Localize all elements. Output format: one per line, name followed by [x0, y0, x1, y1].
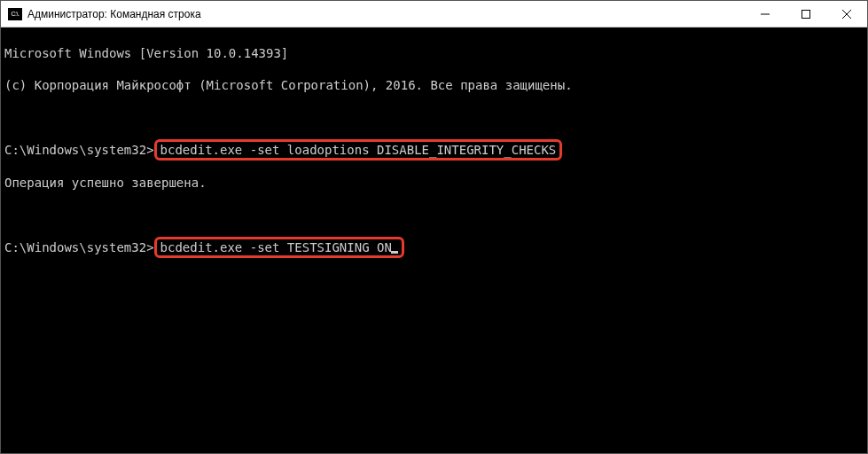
window-controls [745, 1, 867, 27]
cmd-icon: C:\. [8, 8, 22, 20]
highlighted-command: bcdedit.exe -set loadoptions DISABLE_INT… [154, 139, 563, 160]
command-line: C:\Windows\system32>bcdedit.exe -set TES… [4, 239, 864, 256]
close-icon [842, 10, 851, 19]
banner-line: Microsoft Windows [Version 10.0.14393] [4, 45, 864, 61]
command-line: C:\Windows\system32>bcdedit.exe -set loa… [4, 141, 864, 159]
maximize-button[interactable] [786, 1, 826, 27]
output-line: Операция успешно завершена. [4, 175, 864, 191]
cursor [391, 251, 398, 254]
highlighted-command: bcdedit.exe -set TESTSIGNING ON [154, 237, 404, 258]
titlebar: C:\. Администратор: Командная строка [1, 1, 867, 27]
blank-line [4, 109, 864, 125]
close-button[interactable] [826, 1, 867, 27]
banner-line: (c) Корпорация Майкрософт (Microsoft Cor… [4, 77, 864, 93]
terminal-area[interactable]: Microsoft Windows [Version 10.0.14393] (… [1, 27, 867, 274]
prompt: C:\Windows\system32> [4, 240, 154, 254]
svg-rect-1 [802, 10, 810, 18]
maximize-icon [802, 10, 810, 19]
prompt: C:\Windows\system32> [4, 143, 154, 157]
minimize-button[interactable] [745, 1, 786, 27]
minimize-icon [761, 10, 770, 19]
blank-line [4, 207, 864, 223]
window-title: Администратор: Командная строка [27, 8, 745, 20]
